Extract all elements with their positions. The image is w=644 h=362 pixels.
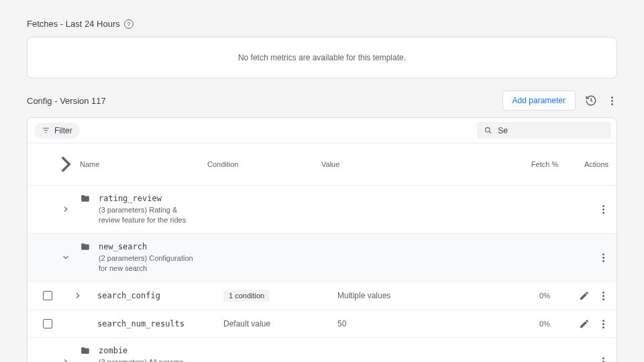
expand-toggle[interactable] <box>52 204 80 214</box>
row-more-icon[interactable] <box>598 318 608 329</box>
chevron-right-icon <box>61 204 70 214</box>
col-header-actions: Actions <box>568 160 616 168</box>
fetches-empty-card: No fetch metrics are available for this … <box>27 37 617 78</box>
filter-icon <box>42 126 50 135</box>
folder-icon <box>80 242 91 251</box>
fetch-percent: 0% <box>539 320 550 328</box>
config-title: Config - Version 117 <box>27 96 106 106</box>
group-row[interactable]: rating_review(3 parameters) Rating & rev… <box>28 186 616 234</box>
config-header-bar: Config - Version 117 Add parameter <box>27 90 617 111</box>
row-checkbox[interactable] <box>43 319 52 328</box>
col-header-condition: Condition <box>207 160 321 168</box>
group-desc: (3 parameters) Rating & review feature f… <box>99 205 199 225</box>
config-actions: Add parameter <box>502 90 617 111</box>
param-row[interactable]: search_config1 conditionMultiple values0… <box>28 282 616 310</box>
row-more-icon[interactable] <box>598 252 608 263</box>
edit-icon[interactable] <box>579 290 590 301</box>
edit-icon[interactable] <box>579 318 590 329</box>
param-row[interactable]: search_num_resultsDefault value500% <box>28 310 616 338</box>
group-desc: (3 parameters) All params related to the… <box>99 357 199 362</box>
expand-toggle[interactable] <box>52 357 80 362</box>
table-header-row: Name Condition Value Fetch % Actions <box>28 143 616 186</box>
help-icon[interactable]: ? <box>124 19 133 29</box>
folder-icon <box>80 194 91 203</box>
filter-label: Filter <box>54 126 72 135</box>
history-icon[interactable] <box>585 95 597 107</box>
param-value: 50 <box>337 319 346 328</box>
group-name: rating_review <box>99 194 199 203</box>
folder-icon <box>80 346 91 355</box>
search-icon <box>484 125 492 135</box>
col-header-name: Name <box>80 160 207 168</box>
search-box[interactable] <box>477 122 611 139</box>
fetches-header: Fetches - Last 24 Hours ? <box>27 19 617 29</box>
filter-chip[interactable]: Filter <box>34 123 80 139</box>
fetches-empty-text: No fetch metrics are available for this … <box>238 53 406 62</box>
chevron-down-icon <box>61 253 70 262</box>
svg-line-4 <box>489 131 491 133</box>
group-name: zombie <box>99 346 199 355</box>
config-table: Filter Name Condition Value Fetch % Acti… <box>27 117 617 362</box>
search-input[interactable] <box>498 126 604 135</box>
condition-text: Default value <box>223 319 270 328</box>
chevron-right-icon <box>61 357 70 362</box>
col-header-value: Value <box>321 160 521 168</box>
group-row[interactable]: new_search(2 parameters) Configuration f… <box>28 234 616 282</box>
param-value: Multiple values <box>337 291 390 300</box>
row-more-icon[interactable] <box>598 204 608 215</box>
group-desc: (2 parameters) Configuration for new sea… <box>99 253 199 274</box>
chevron-right-icon <box>73 291 83 300</box>
expand-toggle[interactable] <box>52 253 80 262</box>
svg-point-3 <box>485 127 490 132</box>
expand-toggle[interactable] <box>60 291 96 300</box>
row-checkbox[interactable] <box>43 291 52 300</box>
fetches-title: Fetches - Last 24 Hours <box>27 19 120 29</box>
col-header-fetch: Fetch % <box>521 160 568 168</box>
expand-all-toggle[interactable] <box>52 150 80 178</box>
param-name: search_config <box>97 291 160 300</box>
chevron-right-icon <box>52 150 80 178</box>
fetch-percent: 0% <box>539 292 550 300</box>
param-name: search_num_results <box>97 319 184 328</box>
row-more-icon[interactable] <box>598 357 608 362</box>
table-toolbar: Filter <box>28 118 616 143</box>
add-parameter-button[interactable]: Add parameter <box>502 90 576 111</box>
condition-chip[interactable]: 1 condition <box>223 290 270 302</box>
row-more-icon[interactable] <box>598 290 608 301</box>
more-icon[interactable] <box>606 95 617 106</box>
group-name: new_search <box>99 242 199 251</box>
group-row[interactable]: zombie(3 parameters) All params related … <box>28 338 616 362</box>
